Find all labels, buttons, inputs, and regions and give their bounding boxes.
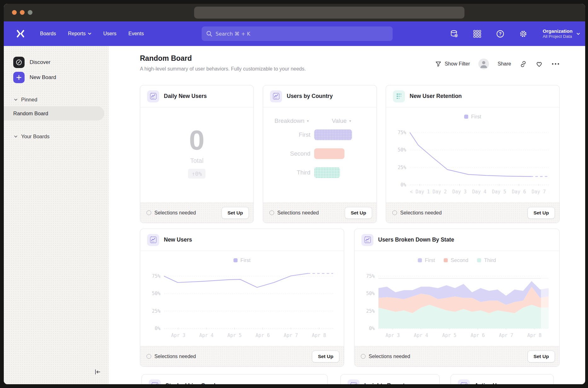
svg-text:Day 2: Day 2	[433, 189, 447, 195]
card-users-by-state: Users Broken Down By State FirstSecondTh…	[354, 229, 560, 367]
retention-line-chart: 75%50%25%0%< Day 1Day 2Day 3Day 4Day 5Da…	[386, 107, 559, 203]
set-up-button[interactable]: Set Up	[222, 207, 249, 219]
collapse-sidebar-button[interactable]	[93, 367, 102, 377]
card-users-by-country: Users by Country Breakdown ▾ Value ▾	[263, 85, 377, 223]
sidebar-section-your-boards[interactable]: Your Boards	[14, 133, 109, 140]
data-management-icon[interactable]	[450, 30, 458, 38]
card-footer: Selections needed Set Up	[355, 346, 559, 366]
share-button[interactable]: Share	[498, 61, 511, 67]
card-header: Insights Report	[341, 374, 439, 384]
collapse-arrow-icon	[94, 368, 101, 376]
card-footer: Selections needed Set Up	[386, 203, 559, 223]
value-bar	[314, 167, 340, 178]
card-header: Users by Country	[263, 85, 377, 107]
address-bar[interactable]	[194, 7, 464, 19]
svg-text:50%: 50%	[398, 147, 406, 153]
card-footer: Selections needed Set Up	[263, 203, 377, 223]
card-title: Active Users	[475, 382, 508, 385]
show-filter-label: Show Filter	[445, 61, 470, 67]
settings-gear-icon[interactable]	[519, 30, 527, 38]
zoom-window-button[interactable]	[28, 10, 32, 15]
nav-item-label: Events	[129, 31, 144, 37]
svg-text:Apr 7: Apr 7	[499, 333, 513, 338]
more-options-button[interactable]	[551, 62, 560, 66]
metric-label: Total	[190, 157, 203, 164]
status-text: Selections needed	[277, 210, 319, 216]
global-search[interactable]	[202, 26, 393, 41]
card-body: 0 Total ↑0%	[140, 107, 253, 203]
value-bar	[314, 148, 344, 159]
svg-text:Apr 6: Apr 6	[470, 333, 485, 338]
sidebar-item-label: Discover	[30, 59, 50, 66]
insights-chart-icon	[361, 234, 373, 246]
card-title: Users by Country	[287, 93, 333, 100]
card-footer: Selections needed Set Up	[140, 203, 253, 223]
insights-chart-icon	[147, 234, 159, 246]
set-up-button[interactable]: Set Up	[312, 351, 339, 362]
svg-text:25%: 25%	[398, 165, 406, 170]
status-circle-icon	[269, 210, 274, 215]
svg-text:75%: 75%	[398, 130, 406, 135]
svg-text:50%: 50%	[366, 291, 375, 296]
sidebar-section-pinned[interactable]: Pinned	[14, 96, 109, 103]
org-switcher[interactable]: Organization All Project Data	[543, 28, 580, 39]
svg-text:Apr 8: Apr 8	[527, 333, 541, 338]
sidebar-item-discover[interactable]: Discover	[13, 55, 109, 69]
org-name: Organization	[543, 28, 573, 34]
svg-text:Apr 4: Apr 4	[199, 333, 213, 338]
value-dropdown[interactable]: Value ▾	[332, 117, 351, 124]
sidebar: Discover New Board Pinned Random Board	[4, 46, 109, 384]
mixpanel-logo[interactable]	[16, 29, 25, 38]
page-subtitle: A high-level summary of user behaviors. …	[140, 66, 306, 72]
mixpanel-logo-icon	[16, 29, 25, 38]
show-filter-button[interactable]: Show Filter	[435, 61, 470, 67]
nav-item-reports[interactable]: Reports	[62, 28, 97, 40]
card-header: Stacked Line Graph	[142, 374, 327, 384]
search-input[interactable]	[216, 31, 388, 37]
favorite-button[interactable]	[535, 60, 543, 68]
nav-item-boards[interactable]: Boards	[34, 28, 62, 40]
set-up-button[interactable]: Set Up	[345, 207, 372, 219]
status-text: Selections needed	[154, 210, 196, 216]
status: Selections needed	[392, 210, 442, 216]
section-label: Your Boards	[21, 134, 49, 140]
card-daily-new-users: Daily New Users 0 Total ↑0% Selections n…	[140, 85, 254, 223]
copy-link-button[interactable]	[520, 60, 527, 68]
nav-item-users[interactable]: Users	[97, 28, 123, 40]
set-up-button[interactable]: Set Up	[527, 351, 555, 362]
card-insights-report: Insights Report	[340, 374, 440, 384]
help-icon[interactable]: ?	[496, 30, 504, 38]
metric-block: 0 Total ↑0%	[140, 105, 253, 200]
svg-text:Apr 3: Apr 3	[171, 333, 185, 338]
svg-text:0%: 0%	[401, 182, 406, 188]
traffic-lights	[12, 10, 32, 15]
sidebar-item-new-board[interactable]: New Board	[13, 71, 109, 84]
org-text: Organization All Project Data	[543, 28, 573, 39]
card-header: Daily New Users	[140, 85, 253, 107]
card-header: New Users	[140, 229, 344, 251]
card-header: Active Users	[451, 374, 553, 384]
close-window-button[interactable]	[12, 10, 17, 15]
svg-text:Apr 5: Apr 5	[228, 333, 242, 338]
apps-grid-icon[interactable]	[473, 30, 481, 38]
card-title: New Users	[164, 237, 192, 243]
card-title: Daily New Users	[164, 93, 207, 100]
browser-window: Boards Reports Users Events	[4, 4, 585, 384]
status: Selections needed	[269, 210, 319, 216]
breakdown-row: Second	[263, 148, 377, 159]
minimize-window-button[interactable]	[20, 10, 25, 15]
set-up-button[interactable]: Set Up	[527, 207, 555, 219]
board-toolbar: Show Filter Share	[435, 59, 560, 69]
value-bar	[314, 129, 352, 140]
link-icon	[520, 60, 527, 68]
nav-item-events[interactable]: Events	[123, 28, 150, 40]
svg-text:Day 5: Day 5	[492, 189, 506, 195]
status: Selections needed	[361, 354, 410, 359]
breakdown-dropdown[interactable]: Breakdown ▾	[274, 117, 309, 124]
insights-chart-icon	[147, 90, 159, 102]
svg-text:Day 3: Day 3	[453, 189, 467, 195]
sidebar-item-random-board[interactable]: Random Board	[4, 106, 104, 121]
avatar[interactable]	[478, 59, 489, 69]
svg-text:Apr 6: Apr 6	[256, 333, 270, 338]
nav-item-label: Reports	[68, 31, 86, 37]
